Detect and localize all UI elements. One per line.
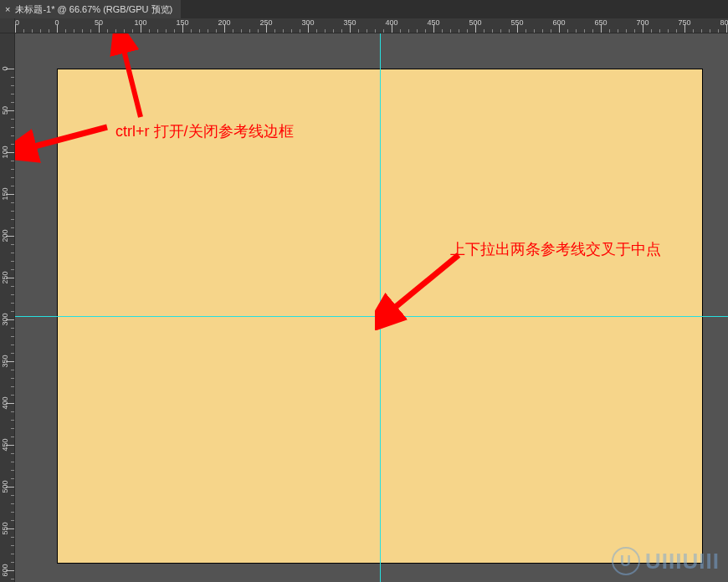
close-icon[interactable]: × [5,4,10,14]
ruler-h-label: 100 [134,18,146,27]
annotation-ruler-shortcut: ctrl+r 打开/关闭参考线边框 [115,121,294,141]
ruler-h-label: 500 [469,18,481,27]
ruler-h-label: 150 [176,18,188,27]
ruler-v-label: 100 [1,146,9,158]
ruler-h-label: 700 [636,18,649,27]
document-tab-bar: × 未标题-1* @ 66.67% (RGB/GPU 预览) [0,0,728,18]
horizontal-guide[interactable] [15,316,728,317]
vertical-ruler[interactable]: 050100150200250300350400450500550600650 [0,33,15,582]
ruler-v-label: 150 [1,187,9,200]
ruler-v-label: 400 [1,396,9,409]
ruler-origin-corner[interactable] [0,18,15,33]
document-title: 未标题-1* @ 66.67% (RGB/GPU 预览) [15,3,172,16]
ruler-v-label: 200 [1,229,9,242]
ruler-h-label: 300 [301,18,314,27]
document-tab[interactable]: × 未标题-1* @ 66.67% (RGB/GPU 预览) [0,0,181,18]
canvas-workspace[interactable]: ctrl+r 打开/关闭参考线边框 上下拉出两条参考线交叉于中点 U UIIIU… [15,33,728,582]
watermark: U UIIIUIII [612,547,720,575]
ruler-h-label: 350 [343,18,356,27]
ruler-h-label: 250 [259,18,272,27]
vertical-guide[interactable] [380,33,381,582]
ruler-h-label: 600 [552,18,565,27]
watermark-text: UIIIUIII [645,549,720,574]
ruler-v-label: 600 [1,564,9,576]
ruler-v-label: 450 [1,438,9,451]
horizontal-ruler[interactable]: 5005010015020025030035040045050055060065… [15,18,728,33]
ruler-v-label: 500 [1,480,9,493]
ruler-v-label: 0 [1,66,9,70]
annotation-guide-cross: 上下拉出两条参考线交叉于中点 [450,239,661,259]
ruler-h-label: 50 [15,18,19,27]
ruler-v-label: 300 [1,313,9,325]
ruler-v-label: 50 [1,106,9,115]
ruler-v-label: 550 [1,522,9,534]
ruler-v-label: 250 [1,271,9,283]
watermark-icon: U [612,547,640,575]
ruler-h-label: 200 [218,18,230,27]
ruler-h-label: 400 [385,18,397,27]
ruler-h-label: 650 [594,18,607,27]
ruler-v-label: 350 [1,355,9,367]
ruler-h-label: 0 [54,18,59,27]
ruler-h-label: 800 [720,18,728,27]
ruler-h-label: 50 [95,18,103,27]
ruler-h-label: 450 [427,18,439,27]
ruler-h-label: 750 [678,18,690,27]
ruler-h-label: 550 [510,18,523,27]
